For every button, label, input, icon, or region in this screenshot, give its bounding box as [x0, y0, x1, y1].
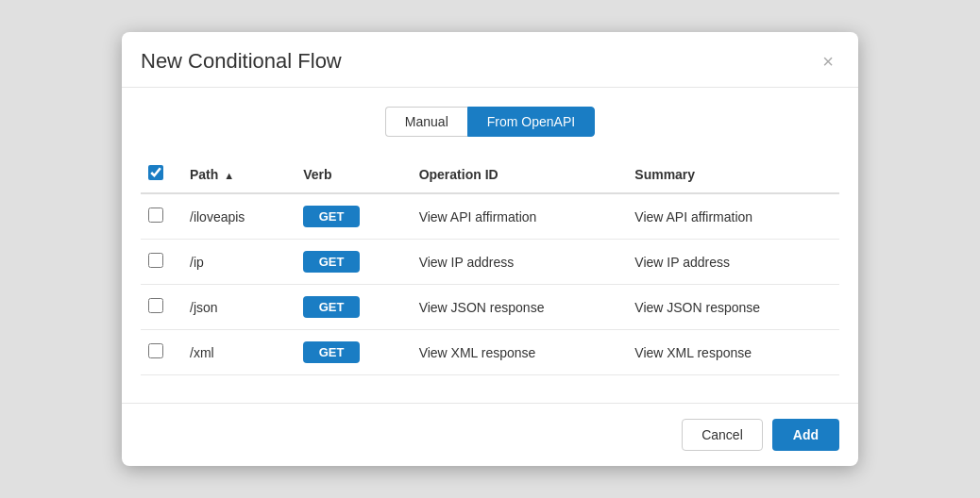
row-path: /iloveapis	[178, 193, 292, 240]
row-summary: View JSON response	[623, 285, 839, 330]
dialog-header: New Conditional Flow ×	[122, 32, 858, 88]
api-table: Path ▲ Verb Operation ID Summary /ilovea…	[141, 156, 839, 375]
row-operation-id: View API affirmation	[408, 193, 624, 240]
row-check-cell	[141, 285, 178, 330]
row-verb: GET	[292, 240, 408, 285]
header-verb: Verb	[292, 156, 408, 193]
dialog-body: Manual From OpenAPI Path ▲ Verb Operatio…	[122, 88, 858, 393]
row-operation-id: View IP address	[408, 240, 624, 285]
row-checkbox-1[interactable]	[148, 253, 163, 268]
close-button[interactable]: ×	[817, 50, 839, 73]
table-row: /json GET View JSON response View JSON r…	[141, 285, 839, 330]
row-verb: GET	[292, 285, 408, 330]
tab-manual[interactable]: Manual	[385, 107, 467, 137]
row-verb: GET	[292, 193, 408, 240]
header-path[interactable]: Path ▲	[178, 156, 292, 193]
row-summary: View API affirmation	[623, 193, 839, 240]
row-summary: View XML response	[623, 330, 839, 375]
row-summary: View IP address	[623, 240, 839, 285]
cancel-button[interactable]: Cancel	[682, 419, 763, 451]
row-check-cell	[141, 193, 178, 240]
tab-bar: Manual From OpenAPI	[141, 107, 839, 137]
table-row: /xml GET View XML response View XML resp…	[141, 330, 839, 375]
table-row: /ip GET View IP address View IP address	[141, 240, 839, 285]
dialog-title: New Conditional Flow	[141, 49, 342, 74]
row-operation-id: View JSON response	[408, 285, 624, 330]
tab-from-openapi[interactable]: From OpenAPI	[467, 107, 595, 137]
row-verb: GET	[292, 330, 408, 375]
row-path: /json	[178, 285, 292, 330]
row-checkbox-2[interactable]	[148, 298, 163, 313]
select-all-checkbox[interactable]	[148, 165, 163, 180]
row-checkbox-0[interactable]	[148, 208, 163, 223]
row-checkbox-3[interactable]	[148, 343, 163, 358]
dialog-footer: Cancel Add	[122, 403, 858, 466]
verb-badge: GET	[303, 251, 360, 273]
sort-arrow-icon: ▲	[224, 170, 234, 181]
header-check	[141, 156, 178, 193]
verb-badge: GET	[303, 296, 360, 318]
row-check-cell	[141, 240, 178, 285]
row-operation-id: View XML response	[408, 330, 624, 375]
row-path: /ip	[178, 240, 292, 285]
add-button[interactable]: Add	[772, 419, 839, 451]
table-wrap: Path ▲ Verb Operation ID Summary /ilovea…	[141, 156, 839, 393]
dialog: New Conditional Flow × Manual From OpenA…	[122, 32, 858, 466]
verb-badge: GET	[303, 341, 360, 363]
header-summary: Summary	[623, 156, 839, 193]
table-header-row: Path ▲ Verb Operation ID Summary	[141, 156, 839, 193]
table-row: /iloveapis GET View API affirmation View…	[141, 193, 839, 240]
verb-badge: GET	[303, 206, 360, 227]
row-path: /xml	[178, 330, 292, 375]
header-operation-id: Operation ID	[408, 156, 624, 193]
row-check-cell	[141, 330, 178, 375]
